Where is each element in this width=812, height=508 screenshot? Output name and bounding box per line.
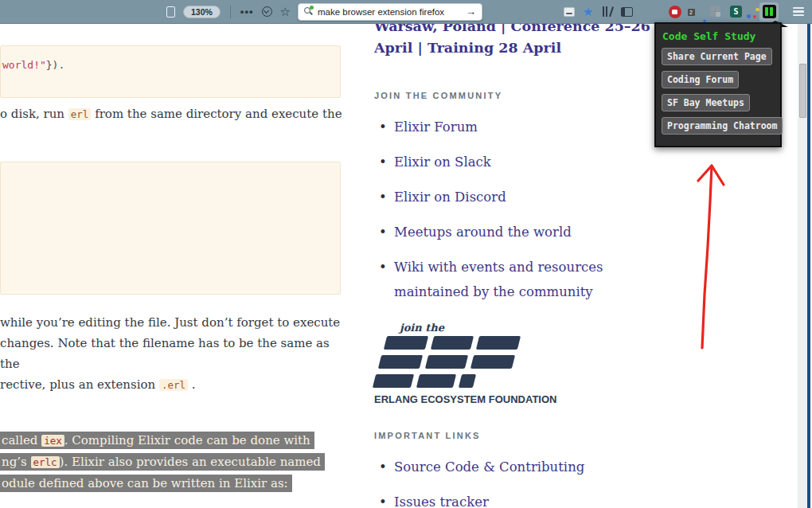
- reader-view-icon: [166, 6, 175, 18]
- bookmark-star-button[interactable]: ☆: [280, 6, 291, 18]
- eef-logo[interactable]: join the ERLANG ECOSYSTEM FOUNDATION: [374, 322, 653, 405]
- library-button[interactable]: [602, 6, 613, 17]
- code-block-top: world!"}).: [0, 45, 341, 98]
- meetups-link[interactable]: Meetups around the world: [394, 225, 572, 240]
- bookmarked-star-button[interactable]: ★: [583, 6, 593, 18]
- library-icon: [602, 6, 613, 17]
- sidebar-icon: [621, 7, 633, 17]
- elixir-forum-link[interactable]: Elixir Forum: [394, 119, 478, 135]
- coding-forum-button[interactable]: Coding Forum: [662, 71, 739, 88]
- inline-code-erl-ext: .erl: [159, 379, 188, 391]
- video-downloader-icon: [669, 6, 681, 18]
- programming-chatroom-button[interactable]: Programming Chatroom: [662, 117, 783, 135]
- list-item: Elixir on Slack: [374, 150, 653, 174]
- scrollbar-thumb[interactable]: [799, 64, 806, 118]
- important-links-header: IMPORTANT LINKS: [374, 431, 653, 440]
- scrollbar-track[interactable]: [798, 24, 807, 508]
- search-icon: [304, 7, 313, 16]
- window-right-border: [807, 24, 810, 508]
- important-links-list: Source Code & Contributing Issues tracke…: [374, 455, 653, 508]
- inline-code-iex: iex: [41, 435, 64, 447]
- pocket-icon: [262, 6, 272, 17]
- url-bar-text[interactable]: make browser extension firefox: [318, 7, 463, 17]
- paragraph-editing-file: while you’re editing the file. Just don’…: [0, 312, 341, 396]
- share-current-page-button[interactable]: Share Current Page: [662, 48, 772, 65]
- list-item: Elixir Forum: [374, 115, 653, 139]
- list-item: Meetups around the world: [374, 220, 653, 244]
- issues-tracker-link[interactable]: Issues tracker: [394, 494, 489, 508]
- list-item: Issues tracker: [374, 490, 653, 508]
- selected-text-paragraph: called iex. Compiling Elixir code can be…: [0, 430, 341, 494]
- sidebar-toggle-button[interactable]: [621, 7, 633, 17]
- grid-icon: [710, 6, 721, 18]
- list-item: Wiki with events and resources maintaine…: [374, 255, 653, 304]
- panel-icon: [564, 7, 575, 17]
- wiki-events-link[interactable]: Wiki with events and resources maintaine…: [394, 260, 603, 299]
- eef-tagline: join the: [400, 322, 653, 334]
- grid-extension-button[interactable]: [710, 6, 721, 18]
- zoom-level-button[interactable]: 130%: [183, 6, 221, 18]
- video-downloader-extension-button[interactable]: [669, 6, 681, 18]
- hamburger-icon: [793, 7, 804, 9]
- code-line: world!"}).: [2, 59, 64, 71]
- url-search-bar[interactable]: make browser extension firefox →: [298, 3, 482, 21]
- elixir-slack-link[interactable]: Elixir on Slack: [394, 154, 491, 170]
- popup-title: Code Self Study: [662, 30, 780, 42]
- pocket-button[interactable]: [262, 6, 272, 17]
- inline-code-erl: erl: [68, 108, 92, 120]
- s-letter-icon: S: [730, 6, 742, 18]
- list-item: Elixir on Discord: [374, 185, 653, 209]
- sf-bay-meetups-button[interactable]: SF Bay Meetups: [662, 94, 750, 111]
- save-panel-button[interactable]: [564, 7, 575, 17]
- browser-toolbar: 130% ••• ☆ make browser extension firefo…: [0, 0, 812, 24]
- extension-badge: 2: [688, 9, 695, 16]
- code-self-study-extension-button[interactable]: [759, 2, 779, 21]
- reader-view-button[interactable]: [166, 6, 175, 18]
- browser-window: 130% ••• ☆ make browser extension firefo…: [0, 0, 812, 508]
- go-arrow-icon[interactable]: →: [466, 6, 476, 18]
- code-block-large: [0, 162, 341, 295]
- menu-button[interactable]: [793, 7, 804, 17]
- sidebar-column: Warsaw, Poland | Conference 25–26 April …: [374, 24, 653, 508]
- eef-logo-bars-icon: [374, 336, 653, 388]
- page-actions-menu-button[interactable]: •••: [240, 6, 254, 18]
- s-extension-button[interactable]: S: [730, 6, 742, 18]
- eef-name: ERLANG ECOSYSTEM FOUNDATION: [374, 393, 653, 405]
- community-links-list: Elixir Forum Elixir on Slack Elixir on D…: [374, 115, 653, 304]
- event-link-clip: Warsaw, Poland | Conference 25–26 April …: [374, 24, 653, 70]
- conference-link[interactable]: Warsaw, Poland | Conference 25–26 April …: [374, 24, 653, 59]
- toolbar-right-group: ★ 2 S: [560, 2, 812, 21]
- source-code-link[interactable]: Source Code & Contributing: [394, 459, 584, 475]
- list-item: Source Code & Contributing: [374, 455, 653, 479]
- community-section-header: JOIN THE COMMUNITY: [374, 91, 653, 100]
- toolbar-separator: [230, 6, 231, 18]
- code-brackets-icon: [763, 5, 776, 18]
- paragraph-run-erl: o disk, run erl from the same directory …: [0, 104, 341, 125]
- extension-popup: Code Self Study Share Current Page Codin…: [654, 22, 782, 147]
- elixir-discord-link[interactable]: Elixir on Discord: [394, 190, 506, 205]
- red-arrow-annotation: [681, 155, 736, 354]
- inline-code-erlc: erlc: [31, 456, 60, 468]
